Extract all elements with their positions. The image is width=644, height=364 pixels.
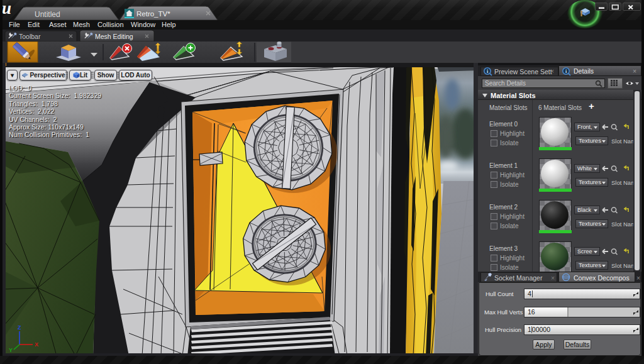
svg-text:Mesh Editing: Mesh Editing xyxy=(95,33,133,40)
svg-text:X: X xyxy=(35,341,38,348)
svg-text:Untitled: Untitled xyxy=(35,10,60,19)
svg-text:Retro_TV*: Retro_TV* xyxy=(136,10,170,18)
svg-text:Y: Y xyxy=(9,347,13,353)
svg-text:Toolbar: Toolbar xyxy=(19,33,41,40)
svg-text:Z: Z xyxy=(18,324,21,331)
